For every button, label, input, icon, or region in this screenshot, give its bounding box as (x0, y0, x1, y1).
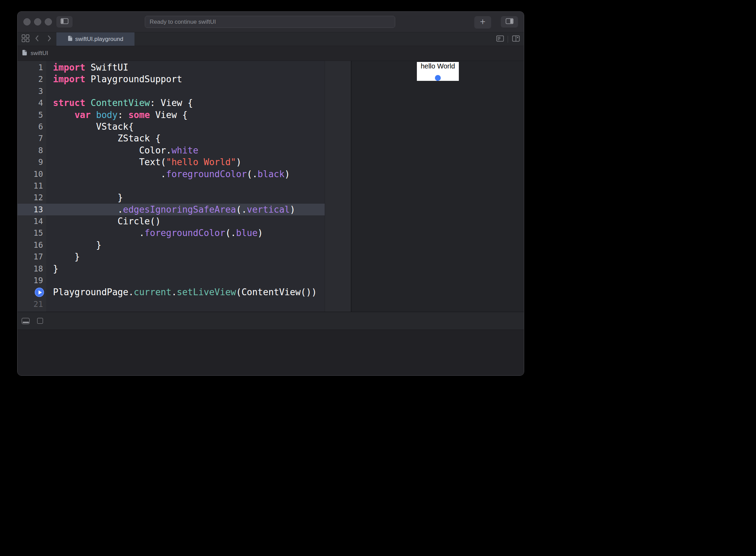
titlebar: Ready to continue swiftUI + (18, 12, 524, 32)
gutter-line-18[interactable]: 18 (18, 263, 46, 275)
code-line-7[interactable]: ZStack { (46, 132, 325, 144)
code-line-16[interactable]: } (46, 239, 325, 251)
debug-bar (18, 312, 524, 330)
gutter-line-4[interactable]: 4 (18, 97, 46, 109)
sidebar-toggle-icon (61, 18, 68, 25)
gutter-line-20[interactable] (18, 286, 46, 298)
navigator-toggle-button[interactable] (56, 16, 73, 28)
jump-bar: swiftUI (18, 46, 524, 61)
code-area[interactable]: import SwiftUIimport PlaygroundSupportst… (46, 61, 325, 312)
console-toggle-icon[interactable] (22, 318, 30, 324)
tab-label: swiftUI.playground (75, 36, 123, 43)
run-playground-button[interactable] (35, 288, 44, 297)
gutter-line-11[interactable]: 11 (18, 180, 46, 192)
live-view: hello World (417, 62, 459, 81)
document-icon (68, 35, 73, 43)
inspector-toggle-button[interactable] (501, 16, 518, 28)
code-line-15[interactable]: .foregroundColor(.blue) (46, 227, 325, 239)
editor-margin-strip (325, 61, 351, 312)
related-items-button[interactable] (22, 32, 30, 46)
traffic-lights (23, 12, 52, 32)
gutter-line-14[interactable]: 14 (18, 215, 46, 227)
grid-navigator-icon (22, 34, 30, 44)
code-line-6[interactable]: VStack{ (46, 121, 325, 132)
navigate-forward-button[interactable] (47, 32, 52, 46)
editor-options-button[interactable] (496, 32, 504, 46)
plus-icon: + (480, 17, 486, 27)
tab-swiftui-playground[interactable]: swiftUI.playground (56, 32, 134, 46)
gutter-line-5[interactable]: 5 (18, 109, 46, 121)
editor-split: 1234567891011121314151617181921 import S… (18, 61, 524, 312)
gutter-line-6[interactable]: 6 (18, 121, 46, 132)
play-icon (39, 290, 42, 295)
preview-circle (435, 75, 441, 81)
xcode-playground-window: Ready to continue swiftUI + (17, 11, 524, 376)
code-line-3[interactable] (46, 85, 325, 97)
code-line-12[interactable]: } (46, 192, 325, 203)
gutter-line-13[interactable]: 13 (18, 204, 46, 215)
gutter-line-2[interactable]: 2 (18, 73, 46, 85)
code-line-13[interactable]: .edgesIgnoringSafeArea(.vertical) (46, 204, 325, 215)
source-editor: 1234567891011121314151617181921 import S… (18, 61, 325, 312)
breadcrumb-file[interactable]: swiftUI (31, 50, 48, 57)
code-line-20[interactable]: PlaygroundPage.current.setLiveView(Conte… (46, 286, 325, 298)
activity-text: Ready to continue swiftUI (150, 19, 216, 25)
gutter-line-17[interactable]: 17 (18, 251, 46, 263)
code-line-17[interactable]: } (46, 251, 325, 263)
gutter-line-21[interactable]: 21 (18, 298, 46, 310)
code-line-18[interactable]: } (46, 263, 325, 275)
gutter-line-9[interactable]: 9 (18, 156, 46, 168)
code-line-10[interactable]: .foregroundColor(.black) (46, 168, 325, 180)
code-line-1[interactable]: import SwiftUI (46, 62, 325, 73)
gutter-line-10[interactable]: 10 (18, 168, 46, 180)
code-line-5[interactable]: var body: some View { (46, 109, 325, 121)
gutter: 1234567891011121314151617181921 (18, 61, 46, 312)
code-line-8[interactable]: Color.white (46, 145, 325, 156)
gutter-line-8[interactable]: 8 (18, 145, 46, 156)
zoom-button[interactable] (45, 18, 52, 25)
tab-bar: swiftUI.playground (18, 32, 524, 46)
window-split-icon (506, 18, 514, 25)
live-view-text: hello World (417, 62, 459, 70)
code-line-19[interactable] (46, 275, 325, 286)
chevron-right-icon (47, 35, 52, 43)
close-button[interactable] (23, 18, 31, 25)
console-area (18, 330, 524, 375)
editor-split-icon (512, 35, 520, 43)
console-square-icon[interactable] (37, 318, 43, 324)
gutter-line-19[interactable]: 19 (18, 275, 46, 286)
activity-viewer: Ready to continue swiftUI (145, 16, 395, 28)
code-line-11[interactable] (46, 180, 325, 192)
gutter-line-12[interactable]: 12 (18, 192, 46, 203)
document-icon (22, 50, 27, 57)
minimize-button[interactable] (34, 18, 41, 25)
library-add-button[interactable]: + (474, 16, 491, 29)
code-line-21[interactable] (46, 298, 325, 310)
navigate-back-button[interactable] (35, 32, 39, 46)
gutter-line-3[interactable]: 3 (18, 85, 46, 97)
editor-options-icon (496, 35, 504, 43)
live-view-panel: hello World (352, 61, 524, 312)
gutter-line-1[interactable]: 1 (18, 62, 46, 73)
toolbar-separator (508, 32, 508, 46)
code-line-2[interactable]: import PlaygroundSupport (46, 73, 325, 85)
gutter-line-15[interactable]: 15 (18, 227, 46, 239)
code-line-4[interactable]: struct ContentView: View { (46, 97, 325, 109)
chevron-left-icon (35, 35, 39, 43)
code-line-9[interactable]: Text("hello World") (46, 156, 325, 168)
add-editor-button[interactable] (512, 32, 520, 46)
gutter-line-16[interactable]: 16 (18, 239, 46, 251)
code-line-14[interactable]: Circle() (46, 215, 325, 227)
gutter-line-7[interactable]: 7 (18, 132, 46, 144)
